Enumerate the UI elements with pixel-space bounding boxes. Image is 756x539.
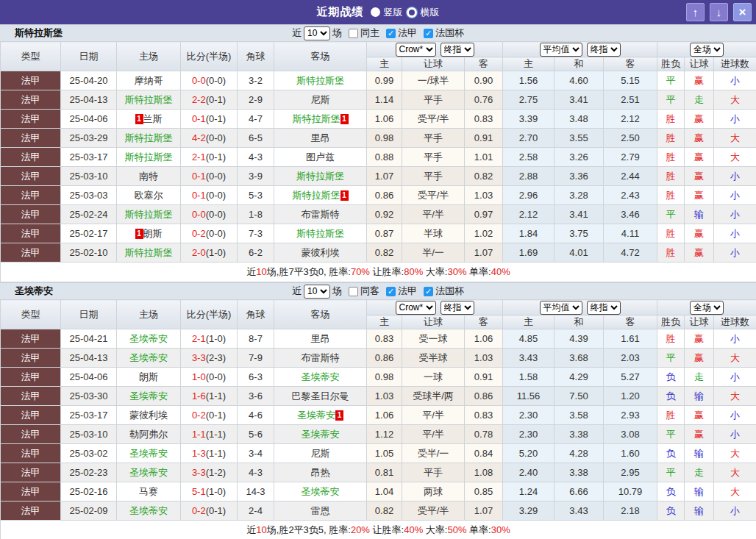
home-odds-cell: 1.05	[367, 444, 402, 463]
handicap-cell: 受半/一	[402, 444, 465, 463]
handicap-result-cell: 赢	[685, 186, 714, 205]
league-cell: 法甲	[1, 148, 61, 167]
league-cell: 法甲	[1, 406, 61, 425]
summary-text: 近10场,胜7平3负0, 胜率:70% 让胜率:80% 大率:30% 单率:40…	[1, 263, 756, 282]
horizontal-layout-radio[interactable]	[407, 7, 417, 18]
column-header: 和	[554, 315, 604, 329]
handicap-result-cell: 赢	[685, 425, 714, 444]
corners-cell: 3-4	[238, 444, 274, 463]
match-row: 法甲25-04-13圣埃蒂安3-3(2-3)7-9布雷斯特0.86受半球1.03…	[1, 349, 756, 368]
league-cell: 法甲	[1, 329, 61, 349]
handicap-result-cell: 输	[685, 387, 714, 406]
up-arrow-icon: ↑	[693, 6, 699, 18]
match-row: 法甲25-02-171朗斯0-2(0-0)7-3斯特拉斯堡0.87半球1.021…	[1, 224, 756, 243]
match-row: 法甲25-02-16马赛5-1(1-0)14-3圣埃蒂安1.04两球0.851.…	[1, 482, 756, 501]
move-down-button[interactable]: ↓	[710, 3, 728, 21]
corners-cell: 8-7	[238, 329, 274, 349]
match-row: 法甲25-03-17斯特拉斯堡2-1(0-1)4-3图卢兹0.88平手1.012…	[1, 148, 756, 167]
summary-stat-label: 让胜率:	[370, 524, 404, 535]
same-away-checkbox[interactable]	[349, 287, 358, 296]
team-name-text: 圣埃蒂安	[129, 333, 168, 344]
column-group-header: 全场	[657, 42, 756, 57]
handicap-result-cell: 赢	[685, 224, 714, 243]
score-cell: 3-3(1-2)	[181, 463, 238, 482]
goals-result-cell: 小	[714, 167, 756, 186]
date-cell: 25-04-13	[61, 349, 117, 368]
team-name-text: 圣埃蒂安	[302, 371, 340, 382]
date-cell: 25-03-10	[61, 167, 117, 186]
full-match-scope-select[interactable]: 全场	[690, 43, 724, 57]
halftime-score: (1-1)	[206, 429, 226, 440]
avg-draw-cell: 4.39	[554, 329, 604, 349]
vertical-layout-radio[interactable]	[371, 7, 380, 17]
halftime-score: (0-1)	[206, 410, 226, 421]
date-cell: 25-02-23	[61, 463, 117, 482]
team-name-text: 雷恩	[311, 505, 330, 516]
column-header: 客场	[274, 300, 367, 329]
column-header: 让球	[685, 57, 714, 71]
result-cell: 负	[657, 444, 685, 463]
team2-results-table: 类型日期主场比分(半场)角球客场Crow*终指平均值终指全场主让球客主和客胜负让…	[0, 299, 756, 539]
avg-away-cell: 1.61	[604, 329, 657, 349]
avg-home-cell: 5.20	[503, 444, 554, 463]
title-bar: 近期战绩 竖版 横版 ↑ ↓ ×	[0, 0, 756, 24]
final-odds-select[interactable]: 终指	[587, 301, 621, 315]
corners-cell: 2-4	[238, 501, 274, 521]
team-name-text: 欧塞尔	[135, 190, 163, 201]
score-cell: 4-2(0-0)	[181, 129, 238, 148]
halftime-score: (1-0)	[206, 333, 226, 344]
column-header: 主	[367, 315, 402, 329]
final-odds-select[interactable]: 终指	[587, 43, 621, 57]
cup2-checkbox[interactable]: ✓	[424, 287, 433, 296]
team-name-text: 蒙彼利埃	[129, 410, 168, 421]
odds-company-select[interactable]: Crow*	[396, 301, 436, 315]
summary-row: 近10场,胜2平3负5, 胜率:20% 让胜率:40% 大率:50% 单率:30…	[1, 521, 756, 539]
match-row: 法甲25-02-10斯特拉斯堡2-0(1-0)6-2蒙彼利埃0.82半/一1.0…	[1, 243, 756, 263]
score-cell: 2-1(0-1)	[181, 148, 238, 167]
home-team-cell: 斯特拉斯堡	[117, 243, 181, 263]
away-team-cell: 圣埃蒂安	[274, 482, 367, 501]
final-odds-select[interactable]: 终指	[441, 43, 474, 57]
column-header: 让球	[402, 57, 465, 71]
score-cell: 0-0(0-0)	[181, 71, 238, 90]
avg-home-cell: 2.30	[503, 406, 554, 425]
summary-stat-value: 40%	[491, 266, 510, 277]
corners-cell: 4-7	[238, 110, 274, 129]
recent-games-select[interactable]: 10	[304, 285, 330, 299]
away-odds-cell: 1.01	[465, 148, 503, 167]
handicap-result-cell: 赢	[685, 167, 714, 186]
avg-away-cell: 10.79	[604, 482, 657, 501]
home-odds-cell: 1.14	[367, 90, 402, 110]
move-up-button[interactable]: ↑	[686, 3, 705, 21]
match-row: 法甲25-02-24斯特拉斯堡0-0(0-0)1-8布雷斯特0.92平/半0.9…	[1, 205, 756, 224]
away-team-cell: 斯特拉斯堡1	[274, 110, 367, 129]
away-odds-cell: 0.76	[465, 90, 503, 110]
final-odds-select[interactable]: 终指	[441, 301, 474, 315]
result-cell: 平	[657, 71, 685, 90]
fulltime-score: 0-0	[192, 75, 206, 86]
summary-stat-label: 大率:	[423, 524, 447, 535]
full-match-scope-select[interactable]: 全场	[690, 301, 724, 315]
goals-result-cell: 小	[714, 406, 756, 425]
summary-stat-label: 场,胜2平3负5, 胜率:	[267, 524, 351, 535]
score-cell: 0-1(0-0)	[181, 167, 238, 186]
cup1-label: 法国杯	[435, 26, 464, 40]
column-header: 比分(半场)	[181, 42, 238, 71]
league1-checkbox[interactable]: ✓	[386, 29, 396, 38]
odds-company-select[interactable]: Crow*	[396, 43, 436, 57]
home-odds-cell: 0.81	[367, 463, 402, 482]
away-team-cell: 斯特拉斯堡	[274, 71, 367, 90]
column-header: 主	[503, 315, 554, 329]
league2-checkbox[interactable]: ✓	[386, 287, 396, 296]
cup1-checkbox[interactable]: ✓	[424, 29, 433, 38]
away-odds-cell: 0.86	[465, 387, 503, 406]
date-cell: 25-03-02	[61, 444, 117, 463]
average-odds-select[interactable]: 平均值	[540, 43, 582, 57]
recent-games-select[interactable]: 10	[304, 26, 330, 40]
close-button[interactable]: ×	[733, 3, 752, 21]
average-odds-select[interactable]: 平均值	[540, 301, 582, 315]
same-home-checkbox[interactable]	[349, 29, 358, 38]
avg-draw-cell: 3.38	[554, 425, 604, 444]
column-group-header: 平均值终指	[503, 42, 657, 57]
fulltime-score: 1-1	[192, 429, 206, 440]
